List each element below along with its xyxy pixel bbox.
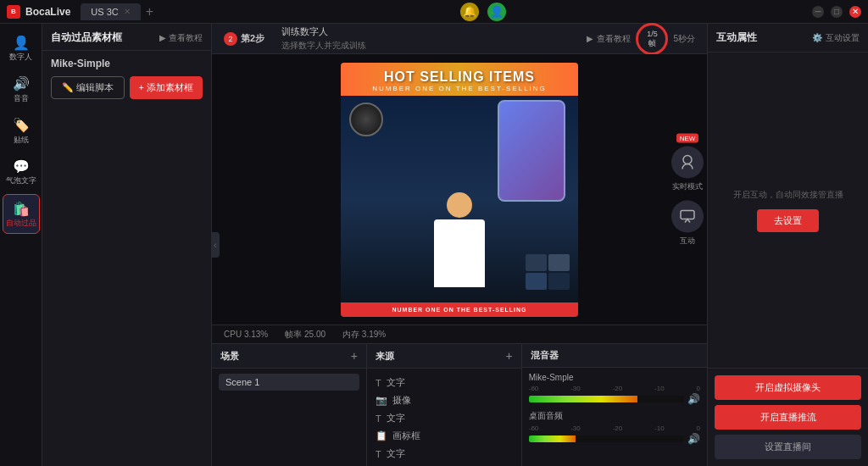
bottom-banner-text: NUMBER ONE ON THE BEST-SELLING — [341, 307, 578, 313]
preview-image: HOT SELLING ITEMS NUMBER ONE ON THE BEST… — [341, 63, 578, 317]
sidebar-item-auto-product[interactable]: 🛍️ 自动过品 — [3, 194, 40, 234]
interact-label: 互动 — [680, 235, 695, 246]
source-item-2[interactable]: 📷 摄像 — [374, 391, 515, 409]
start-streaming-button[interactable]: 开启直播推流 — [715, 405, 861, 430]
source-item-6[interactable]: 🖼️ 画品 — [374, 463, 515, 466]
banner-top: HOT SELLING ITEMS NUMBER ONE ON THE BEST… — [341, 63, 578, 96]
new-badge: NEW — [676, 133, 699, 142]
avatar-name: Mike-Simple — [42, 51, 211, 73]
set-live-button[interactable]: 设置直播间 — [715, 435, 861, 459]
tab-close-icon[interactable]: ✕ — [124, 7, 131, 16]
source-item-4[interactable]: 📋 画标框 — [374, 427, 515, 445]
tutorial-link[interactable]: ▶ 查看教程 — [587, 33, 631, 45]
interactive-center: 开启互动，自动同效接管直播 去设置 — [708, 53, 868, 368]
camera-product — [349, 103, 383, 136]
sticker-icon: 🏷️ — [13, 117, 30, 134]
source-item-1[interactable]: T 文字 — [374, 374, 515, 391]
preview-canvas: HOT SELLING ITEMS NUMBER ONE ON THE BEST… — [212, 54, 707, 325]
step-progress: 1/5帧 — [636, 23, 668, 55]
scene-item-1[interactable]: Scene 1 — [219, 374, 359, 391]
interactive-settings-link[interactable]: ⚙️ 互动设置 — [812, 32, 860, 44]
scene-add-button[interactable]: + — [351, 349, 358, 363]
mixer-title: 混音器 — [531, 349, 559, 362]
step2-details: 训练数字人 选择数字人并完成训练 — [281, 25, 366, 52]
add-material-button[interactable]: + 添加素材框 — [130, 76, 203, 99]
fps-status: 帧率 25.00 — [285, 329, 326, 341]
new-tab-button[interactable]: + — [146, 4, 153, 19]
left-panel: 自动过品素材框 ▶ 查看教程 Mike-Simple ✏️ 编辑脚本 + 添加素… — [42, 24, 212, 466]
minimize-button[interactable]: ─ — [812, 6, 824, 18]
realtime-mode-circle — [671, 146, 704, 178]
realtime-mode-float[interactable]: NEW 实时模式 — [671, 133, 704, 191]
right-panel-header: 互动属性 ⚙️ 互动设置 — [708, 24, 868, 53]
camera-icon: 📷 — [376, 395, 387, 406]
main-layout: 👤 数字人 🔊 音音 🏷️ 贴纸 💬 气泡文字 🛍️ 自动过品 自动过品素材框 … — [0, 24, 868, 466]
window-controls: ─ □ ✕ — [812, 6, 861, 18]
banner-bottom: NUMBER ONE ON THE BEST-SELLING — [341, 302, 578, 317]
step-bar: 2 第2步 训练数字人 选择数字人并完成训练 ▶ 查看教程 1/5帧 5秒分 — [212, 24, 707, 54]
source-panel: 来源 + T 文字 📷 摄像 T 文字 — [367, 344, 522, 466]
mixer-track-2: 桌面音频 -60 -30 -20 -10 0 🔊 — [529, 410, 700, 445]
text-icon-1: T — [376, 378, 381, 388]
mixer-panel-header: 混音器 — [522, 344, 707, 368]
sidebar-item-sticker[interactable]: 🏷️ 贴纸 — [3, 112, 40, 150]
app-logo-icon: B — [7, 5, 20, 19]
step2-item: 2 第2步 — [224, 32, 264, 46]
mixer-vol-icon-2[interactable]: 🔊 — [687, 433, 700, 445]
notification-icon[interactable]: 🔔 — [460, 3, 479, 21]
preview-products-area — [341, 96, 578, 302]
source-content: T 文字 📷 摄像 T 文字 📋 画标框 — [367, 369, 521, 466]
svg-point-0 — [683, 155, 692, 164]
sidebar-item-audio[interactable]: 🔊 音音 — [3, 70, 40, 108]
panel-title: 自动过品素材框 — [51, 31, 122, 45]
right-panel-top: 互动属性 ⚙️ 互动设置 开启互动，自动同效接管直播 去设置 — [708, 24, 868, 368]
auto-product-icon: 🛍️ — [13, 200, 30, 217]
center-area: 2 第2步 训练数字人 选择数字人并完成训练 ▶ 查看教程 1/5帧 5秒分 — [212, 24, 707, 466]
source-add-button[interactable]: + — [506, 349, 513, 363]
tutorial-play-icon: ▶ — [159, 33, 166, 42]
mixer-vol-icon-1[interactable]: 🔊 — [687, 393, 700, 405]
scene-panel: 场景 + Scene 1 — [212, 344, 367, 466]
app-logo-area: B BocaLive — [7, 5, 70, 19]
cpu-status: CPU 3.13% — [224, 330, 268, 339]
bubble-icon: 💬 — [13, 158, 30, 175]
interactive-desc: 开启互动，自动同效接管直播 — [733, 188, 843, 201]
mixer-track-1: Mike-Smple -60 -30 -20 -10 0 � — [529, 373, 700, 405]
source-item-5[interactable]: T 文字 — [374, 445, 515, 463]
avatar-person — [426, 192, 493, 302]
panel-header: 自动过品素材框 ▶ 查看教程 — [42, 24, 211, 51]
step-timer: 5秒分 — [673, 33, 695, 45]
sidebar-item-digital-human[interactable]: 👤 数字人 — [3, 29, 40, 67]
bottom-panels: 场景 + Scene 1 来源 + T 文字 — [212, 343, 707, 466]
view-tutorial-link[interactable]: ▶ 查看教程 — [159, 32, 203, 44]
sidebar: 👤 数字人 🔊 音音 🏷️ 贴纸 💬 气泡文字 🛍️ 自动过品 — [0, 24, 42, 466]
banner-title: HOT SELLING ITEMS — [341, 69, 578, 85]
frame-icon: 📋 — [376, 430, 387, 441]
close-button[interactable]: ✕ — [849, 6, 861, 18]
right-action-buttons: 开启虚拟摄像头 开启直播推流 设置直播间 — [708, 368, 868, 466]
source-item-3[interactable]: T 文字 — [374, 409, 515, 427]
goto-settings-button[interactable]: 去设置 — [757, 209, 819, 232]
app-name: BocaLive — [25, 6, 70, 18]
mixer-panel: 混音器 Mike-Smple -60 -30 -20 -10 0 — [522, 344, 707, 466]
step2-label: 第2步 — [241, 32, 264, 45]
edit-script-button[interactable]: ✏️ 编辑脚本 — [51, 76, 125, 99]
text-icon-3: T — [376, 449, 381, 459]
phone-product — [498, 100, 565, 202]
source-title: 来源 — [376, 350, 394, 363]
sidebar-item-bubble[interactable]: 💬 气泡文字 — [3, 153, 40, 191]
preview-float-buttons: NEW 实时模式 互动 — [671, 133, 707, 246]
interact-float[interactable]: 互动 — [671, 200, 704, 246]
edit-icon: ✏️ — [62, 82, 74, 93]
step2-right: ▶ 查看教程 1/5帧 5秒分 — [587, 23, 695, 55]
text-icon-2: T — [376, 413, 381, 424]
user-icon[interactable]: 👤 — [487, 3, 506, 21]
open-virtual-camera-button[interactable]: 开启虚拟摄像头 — [715, 375, 861, 400]
audio-icon: 🔊 — [13, 75, 30, 92]
status-bar: CPU 3.13% 帧率 25.00 内存 3.19% — [212, 325, 707, 343]
collapse-panel-button[interactable]: ‹ — [211, 232, 220, 258]
memory-status: 内存 3.19% — [342, 329, 386, 341]
maximize-button[interactable]: □ — [831, 6, 843, 18]
scene-panel-header: 场景 + — [212, 344, 366, 369]
tab-us3c[interactable]: US 3C ✕ — [81, 3, 140, 20]
